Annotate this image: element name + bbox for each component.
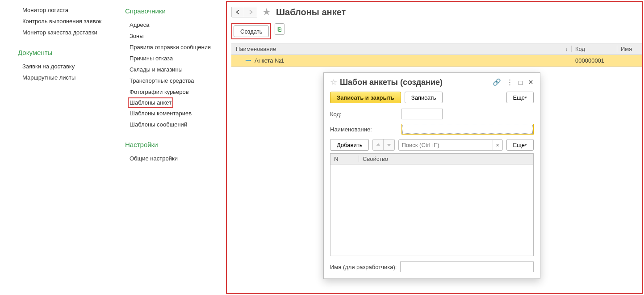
dialog-more-button[interactable]: Еще	[506, 92, 534, 103]
copy-item-button[interactable]: ⎘	[275, 23, 284, 35]
arrow-down-icon	[386, 142, 392, 148]
nav-back-button[interactable]	[232, 7, 244, 17]
arrow-left-icon	[235, 9, 241, 15]
dialog-more-icon[interactable]: ⋮	[506, 78, 513, 86]
nav-quality[interactable]: Монитор качества доставки	[18, 27, 125, 38]
nav-monitor-logist[interactable]: Монитор логиста	[18, 4, 125, 16]
move-down-button[interactable]	[384, 139, 394, 150]
nav-control[interactable]: Контроль выполнения заявок	[18, 16, 125, 27]
nav-comment-templates[interactable]: Шаблоны коментариев	[125, 108, 225, 119]
grid-col-prop[interactable]: Свойство	[359, 156, 533, 162]
list-header: Наименование ↓ Код Имя	[231, 43, 642, 55]
dev-name-label: Имя (для разработчика):	[330, 264, 397, 270]
create-dialog: ☆ Шабон анкеты (создание) 🔗 ⋮ □ ✕ Записа…	[323, 72, 540, 279]
col-header-name[interactable]: Наименование ↓	[231, 46, 572, 52]
save-button[interactable]: Записать	[405, 92, 443, 103]
sidebar-col-2: Справочники Адреса Зоны Правила отправки…	[125, 0, 225, 295]
nav-courier-photos[interactable]: Фотографии курьеров	[125, 86, 225, 97]
row-code: 000000001	[572, 57, 617, 64]
move-buttons	[372, 139, 395, 151]
page-title: Шаблоны анкет	[276, 7, 346, 17]
col-header-code[interactable]: Код	[572, 46, 617, 52]
properties-grid[interactable]: N Свойство	[330, 153, 534, 256]
copy-icon: ⎘	[278, 26, 281, 33]
section-references[interactable]: Справочники	[125, 7, 225, 15]
search-wrap: ×	[398, 139, 502, 151]
nav-general-settings[interactable]: Общие настройки	[125, 153, 225, 164]
grid-more-button[interactable]: Еще	[506, 139, 534, 151]
nav-refusal-reasons[interactable]: Причины отказа	[125, 53, 225, 64]
nav-addresses[interactable]: Адреса	[125, 19, 225, 30]
dialog-close-icon[interactable]: ✕	[528, 78, 534, 86]
dialog-star-icon[interactable]: ☆	[330, 77, 337, 87]
code-label: Код:	[330, 111, 398, 118]
code-field[interactable]	[401, 109, 443, 119]
col-name-label: Наименование	[236, 46, 276, 52]
col-header-ima[interactable]: Имя	[617, 46, 642, 52]
nav-message-rules[interactable]: Правила отправки сообщения	[125, 42, 225, 53]
arrow-up-icon	[375, 142, 381, 148]
section-documents[interactable]: Документы	[18, 49, 125, 56]
dialog-maximize-icon[interactable]: □	[519, 79, 523, 86]
nav-route-sheets[interactable]: Маршрутные листы	[18, 72, 125, 83]
nav-delivery-requests[interactable]: Заявки на доставку	[18, 61, 125, 72]
create-button[interactable]: Создать	[234, 25, 269, 37]
section-settings[interactable]: Настройки	[125, 141, 225, 148]
search-clear-button[interactable]: ×	[493, 140, 502, 150]
sort-indicator-icon: ↓	[565, 46, 568, 52]
main-toolbar: Создать ⎘	[231, 23, 642, 39]
dialog-title: Шабон анкеты (создание)	[340, 78, 493, 87]
sidebar-col-1: Монитор логиста Контроль выполнения заяв…	[0, 0, 125, 295]
dev-name-field[interactable]	[400, 261, 534, 272]
table-row[interactable]: Анкета №1 000000001	[231, 55, 642, 67]
favorite-star-icon[interactable]: ★	[262, 6, 272, 18]
items-list: Наименование ↓ Код Имя Анкета №1 0000000…	[231, 43, 642, 67]
nav-buttons	[231, 7, 257, 17]
save-close-button[interactable]: Записать и закрыть	[330, 92, 401, 103]
add-row-button[interactable]: Добавить	[330, 139, 369, 151]
header-row: ★ Шаблоны анкет	[231, 6, 642, 18]
item-icon	[246, 60, 251, 61]
nav-forward-button[interactable]	[244, 7, 257, 17]
arrow-right-icon	[247, 9, 254, 15]
main-area: ★ Шаблоны анкет Создать ⎘ Наименование ↓…	[226, 1, 643, 294]
move-up-button[interactable]	[373, 139, 384, 150]
name-label: Наименование:	[330, 126, 398, 133]
dialog-link-icon[interactable]: 🔗	[493, 78, 501, 86]
nav-zones[interactable]: Зоны	[125, 30, 225, 42]
nav-message-templates[interactable]: Шаблоны сообщений	[125, 119, 225, 130]
nav-warehouses[interactable]: Склады и магазины	[125, 64, 225, 75]
grid-col-n[interactable]: N	[330, 156, 359, 162]
search-input[interactable]	[399, 140, 492, 150]
name-field[interactable]	[401, 124, 534, 135]
nav-questionnaire-templates[interactable]: Шаблоны анкет	[128, 97, 173, 108]
nav-vehicles[interactable]: Транспортные средства	[125, 75, 225, 86]
row-name: Анкета №1	[255, 57, 284, 64]
create-highlight: Создать	[231, 23, 271, 39]
